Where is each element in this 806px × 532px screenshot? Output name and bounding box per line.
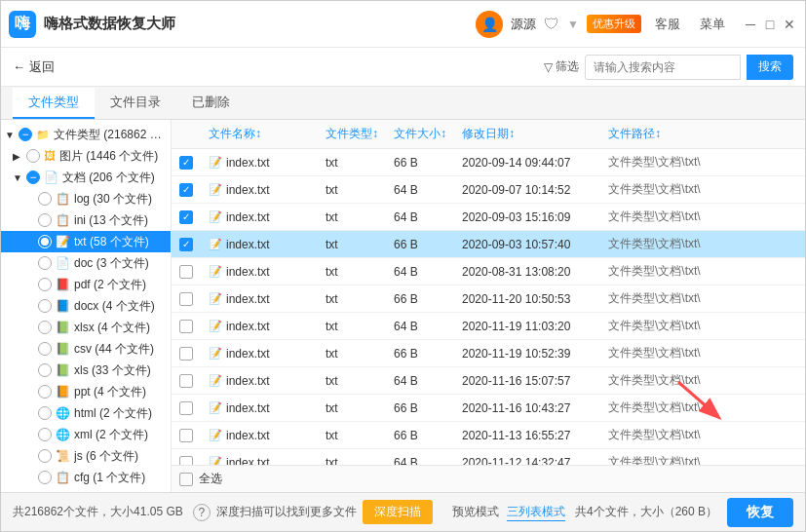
header-type[interactable]: 文件类型↕	[326, 126, 394, 142]
tree-item-ppt[interactable]: 📙 ppt (4 个文件)	[1, 381, 171, 402]
sort-type[interactable]: 文件类型↕	[326, 126, 394, 142]
img-check[interactable]	[26, 149, 40, 163]
doc-check[interactable]	[26, 171, 40, 184]
maximize-btn[interactable]: □	[762, 17, 778, 32]
row-check-10[interactable]	[179, 429, 209, 442]
table-row[interactable]: 📝index.txt txt 66 B 2020-09-03 10:57:40 …	[172, 231, 805, 258]
xml-check[interactable]	[38, 428, 52, 441]
tree-item-js[interactable]: 📜 js (6 个文件)	[1, 445, 171, 467]
tab-file-type[interactable]: 文件类型	[13, 88, 95, 119]
tree-root[interactable]: ▼ 📁 文件类型 (216862 个文件)	[1, 124, 171, 145]
minimize-btn[interactable]: ─	[743, 17, 758, 32]
checkbox-0[interactable]	[179, 156, 193, 170]
tree-item-xlsx[interactable]: 📗 xlsx (4 个文件)	[1, 317, 171, 338]
table-row[interactable]: 📝index.txt txt 64 B 2020-09-07 10:14:52 …	[172, 176, 805, 204]
row-check-3[interactable]	[179, 238, 209, 251]
tree-item-xml[interactable]: 🌐 xml (2 个文件)	[1, 424, 171, 445]
row-check-0[interactable]	[179, 156, 209, 170]
tab-file-dir[interactable]: 文件目录	[95, 88, 176, 119]
pdf-check[interactable]	[38, 278, 52, 291]
table-row[interactable]: 📝index.txt txt 64 B 2020-08-31 13:08:20 …	[172, 258, 805, 285]
sort-date[interactable]: 修改日期↕	[462, 126, 608, 142]
checkbox-6[interactable]	[179, 320, 193, 333]
csv-check[interactable]	[38, 342, 52, 356]
tree-item-pdf[interactable]: 📕 pdf (2 个文件)	[1, 274, 171, 295]
row-check-1[interactable]	[179, 183, 209, 197]
tree-item-doc2[interactable]: 📄 doc (3 个文件)	[1, 252, 171, 274]
header-path[interactable]: 文件路径↕	[608, 126, 797, 142]
header-size[interactable]: 文件大小↕	[394, 126, 462, 142]
checkbox-7[interactable]	[179, 347, 193, 361]
tree-item-ini[interactable]: 📋 ini (13 个文件)	[1, 209, 171, 231]
table-row[interactable]: 📝index.txt txt 64 B 2020-11-19 11:03:20 …	[172, 313, 805, 340]
table-row[interactable]: 📝index.txt txt 66 B 2020-11-20 10:50:53 …	[172, 285, 805, 313]
table-row[interactable]: 📝index.txt txt 66 B 2020-09-14 09:44:07 …	[172, 149, 805, 176]
checkbox-2[interactable]	[179, 210, 193, 224]
root-check[interactable]	[19, 128, 32, 141]
ini-check[interactable]	[38, 213, 52, 227]
table-row[interactable]: 📝index.txt txt 66 B 2020-11-16 10:43:27 …	[172, 395, 805, 422]
ppt-check[interactable]	[38, 385, 52, 399]
search-input[interactable]	[585, 55, 741, 80]
select-all-row[interactable]: 全选	[172, 465, 805, 492]
dropdown-icon[interactable]: ▼	[567, 18, 579, 31]
log-check[interactable]	[38, 192, 52, 206]
header-date[interactable]: 修改日期↕	[462, 126, 608, 142]
tree-item-docx[interactable]: 📘 docx (4 个文件)	[1, 295, 171, 317]
checkbox-3[interactable]	[179, 238, 193, 251]
row-check-2[interactable]	[179, 210, 209, 224]
table-row[interactable]: 📝index.txt txt 66 B 2020-11-13 16:55:27 …	[172, 422, 805, 449]
row-check-9[interactable]	[179, 401, 209, 415]
tree-item-xls[interactable]: 📗 xls (33 个文件)	[1, 360, 171, 381]
docx-check[interactable]	[38, 299, 52, 313]
row-check-7[interactable]	[179, 347, 209, 361]
menu-btn[interactable]: 菜单	[694, 14, 731, 35]
js-check[interactable]	[38, 449, 52, 463]
search-button[interactable]: 搜索	[747, 55, 793, 80]
sort-size[interactable]: 文件大小↕	[394, 126, 462, 142]
checkbox-10[interactable]	[179, 429, 193, 442]
list-mode-button[interactable]: 三列表模式	[507, 504, 565, 521]
tree-item-cfg[interactable]: 📋 cfg (1 个文件)	[1, 467, 171, 488]
tree-item-log[interactable]: 📋 log (30 个文件)	[1, 188, 171, 209]
xlsx-check[interactable]	[38, 321, 52, 334]
row-check-8[interactable]	[179, 374, 209, 388]
tab-deleted[interactable]: 已删除	[176, 88, 246, 119]
checkbox-5[interactable]	[179, 292, 193, 306]
deep-scan-button[interactable]: 深度扫描	[363, 500, 433, 524]
xls-check[interactable]	[38, 363, 52, 377]
sort-path[interactable]: 文件路径↕	[608, 126, 797, 142]
filter-button[interactable]: ▽ 筛选	[544, 58, 579, 75]
checkbox-1[interactable]	[179, 183, 193, 197]
preview-mode-button[interactable]: 预览模式	[452, 504, 499, 520]
sort-name[interactable]: 文件名称↕	[209, 126, 326, 142]
tree-item-doc[interactable]: ▼ 📄 文档 (206 个文件)	[1, 167, 171, 188]
table-row[interactable]: 📝index.txt txt 66 B 2020-11-19 10:52:39 …	[172, 340, 805, 367]
service-btn[interactable]: 客服	[649, 14, 686, 35]
hint-icon[interactable]: ?	[193, 504, 211, 521]
close-btn[interactable]: ✕	[782, 17, 797, 32]
html-check[interactable]	[38, 406, 52, 420]
back-button[interactable]: ← 返回	[13, 58, 55, 76]
row-check-11[interactable]	[179, 456, 209, 466]
table-row[interactable]: 📝index.txt txt 64 B 2020-11-12 14:32:47 …	[172, 449, 805, 465]
row-check-5[interactable]	[179, 292, 209, 306]
select-all-checkbox[interactable]	[179, 473, 193, 486]
checkbox-8[interactable]	[179, 374, 193, 388]
premium-badge[interactable]: 优惠升级	[587, 15, 641, 33]
table-row[interactable]: 📝index.txt txt 64 B 2020-11-16 15:07:57 …	[172, 367, 805, 395]
tree-item-html[interactable]: 🌐 html (2 个文件)	[1, 402, 171, 424]
tree-item-img[interactable]: ▶ 🖼 图片 (1446 个文件)	[1, 145, 171, 167]
tree-item-txt[interactable]: 📝 txt (58 个文件)	[1, 231, 171, 252]
table-row[interactable]: 📝index.txt txt 64 B 2020-09-03 15:16:09 …	[172, 204, 805, 231]
checkbox-9[interactable]	[179, 401, 193, 415]
checkbox-11[interactable]	[179, 456, 193, 466]
header-name[interactable]: 文件名称↕	[209, 126, 326, 142]
txt-check[interactable]	[38, 235, 52, 248]
checkbox-4[interactable]	[179, 265, 193, 279]
doc2-check[interactable]	[38, 256, 52, 270]
tree-item-csv[interactable]: 📗 csv (44 个文件)	[1, 338, 171, 360]
row-check-4[interactable]	[179, 265, 209, 279]
recover-button[interactable]: 恢复	[727, 498, 793, 527]
row-check-6[interactable]	[179, 320, 209, 333]
